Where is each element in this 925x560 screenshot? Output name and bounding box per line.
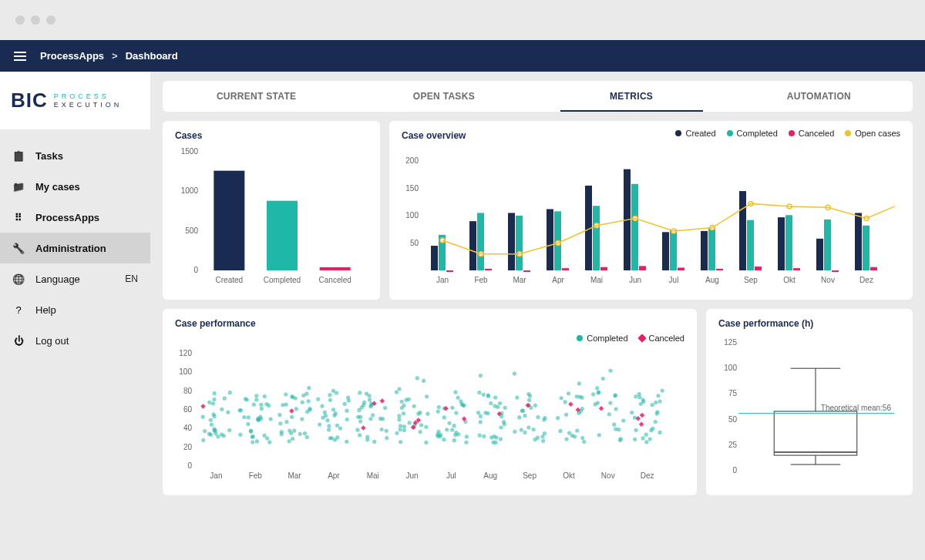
svg-point-203 (325, 418, 329, 422)
legend-label: Completed (737, 129, 778, 138)
tab-current-state[interactable]: CURRENT STATE (163, 81, 350, 112)
svg-point-364 (578, 395, 582, 399)
svg-text:80: 80 (183, 387, 193, 395)
svg-point-238 (397, 417, 401, 421)
svg-point-170 (300, 417, 304, 421)
svg-point-149 (259, 417, 263, 421)
svg-point-182 (345, 409, 348, 413)
svg-point-155 (301, 401, 304, 404)
svg-point-122 (259, 403, 263, 407)
svg-rect-42 (701, 231, 708, 270)
svg-point-246 (395, 431, 399, 435)
svg-point-293 (456, 432, 460, 436)
svg-point-400 (634, 428, 637, 432)
svg-text:50: 50 (728, 415, 738, 424)
svg-point-160 (294, 396, 298, 400)
card-performance: Case performance CompletedCanceled 02040… (163, 309, 697, 495)
svg-point-235 (407, 421, 411, 424)
breadcrumb-item[interactable]: ProcessApps (40, 50, 104, 62)
svg-point-266 (452, 438, 456, 442)
svg-point-269 (445, 428, 449, 431)
svg-point-335 (520, 428, 523, 431)
tab-metrics[interactable]: METRICS (538, 81, 725, 112)
svg-point-144 (244, 397, 247, 401)
svg-text:1500: 1500 (181, 147, 199, 156)
legend-swatch (789, 130, 795, 136)
legend-label: Created (685, 129, 715, 138)
svg-point-348 (564, 413, 568, 417)
menu-icon[interactable] (14, 52, 26, 61)
svg-text:Jan: Jan (436, 276, 449, 284)
svg-rect-47 (747, 220, 754, 270)
svg-text:Okt: Okt (563, 471, 575, 480)
svg-point-184 (320, 404, 324, 408)
svg-point-258 (419, 423, 423, 427)
svg-point-336 (520, 409, 524, 413)
svg-rect-39 (670, 230, 677, 270)
svg-rect-36 (639, 266, 646, 270)
svg-point-137 (237, 408, 241, 412)
svg-point-190 (328, 393, 331, 397)
svg-point-307 (479, 414, 483, 418)
svg-point-399 (656, 394, 660, 397)
svg-point-324 (517, 415, 521, 419)
svg-text:150: 150 (405, 184, 419, 193)
svg-rect-28 (562, 268, 569, 270)
svg-point-221 (380, 428, 384, 431)
svg-point-309 (494, 435, 498, 439)
svg-point-171 (305, 435, 309, 439)
svg-point-261 (404, 398, 408, 402)
svg-point-356 (564, 437, 568, 441)
svg-point-174 (278, 413, 281, 417)
svg-point-410 (644, 440, 648, 444)
svg-text:40: 40 (183, 424, 193, 432)
svg-point-317 (496, 405, 500, 409)
legend-label: Canceled (649, 334, 684, 343)
svg-rect-40 (678, 267, 684, 270)
sidebar-item-help[interactable]: ?Help (0, 294, 150, 325)
sidebar-item-my-cases[interactable]: 📁My cases (0, 171, 150, 202)
sidebar-item-processapps[interactable]: ⠿ProcessApps (0, 202, 150, 233)
svg-text:100: 100 (179, 367, 192, 376)
svg-point-411 (655, 410, 659, 414)
card-overview: Case overview CreatedCompletedCanceledOp… (389, 121, 913, 300)
svg-text:Sep: Sep (523, 471, 536, 480)
svg-point-248 (402, 411, 405, 415)
tab-automation[interactable]: AUTOMATION (725, 81, 913, 112)
svg-point-322 (502, 420, 506, 424)
svg-text:Theoretical mean:56: Theoretical mean:56 (821, 404, 892, 412)
svg-point-259 (402, 424, 406, 428)
svg-point-407 (654, 420, 658, 424)
svg-text:Sep: Sep (744, 276, 758, 284)
svg-point-165 (303, 431, 307, 435)
svg-text:200: 200 (405, 156, 419, 165)
logo-text: EXECUTION (54, 101, 123, 109)
traffic-light-icon (15, 15, 25, 25)
svg-point-326 (541, 439, 545, 443)
grid-icon: ⠿ (12, 212, 25, 223)
sidebar-item-administration[interactable]: 🔧Administration (0, 233, 150, 263)
sidebar-item-tasks[interactable]: 📋Tasks (0, 140, 150, 171)
help-icon: ? (12, 304, 25, 316)
svg-point-281 (456, 396, 459, 400)
sidebar-item-log-out[interactable]: ⏻Log out (0, 325, 150, 356)
chart-boxplot: 0255075100125Theoretical mean:56 (718, 335, 900, 481)
svg-point-345 (515, 396, 519, 400)
svg-point-204 (346, 395, 350, 399)
tab-open-tasks[interactable]: OPEN TASKS (350, 81, 537, 112)
svg-point-337 (513, 430, 516, 434)
sidebar-item-language[interactable]: 🌐LanguageEN (0, 263, 150, 294)
svg-text:Okt: Okt (783, 276, 796, 284)
svg-text:120: 120 (179, 349, 192, 357)
legend-item: Created (675, 129, 715, 138)
svg-point-340 (543, 416, 547, 420)
svg-text:0: 0 (187, 461, 192, 470)
svg-point-302 (493, 395, 497, 399)
svg-point-344 (523, 414, 526, 417)
svg-rect-427 (289, 408, 294, 414)
svg-point-384 (614, 393, 617, 397)
svg-text:Created: Created (216, 276, 244, 284)
svg-point-158 (308, 407, 311, 411)
svg-rect-415 (568, 401, 574, 407)
svg-point-215 (358, 433, 362, 437)
